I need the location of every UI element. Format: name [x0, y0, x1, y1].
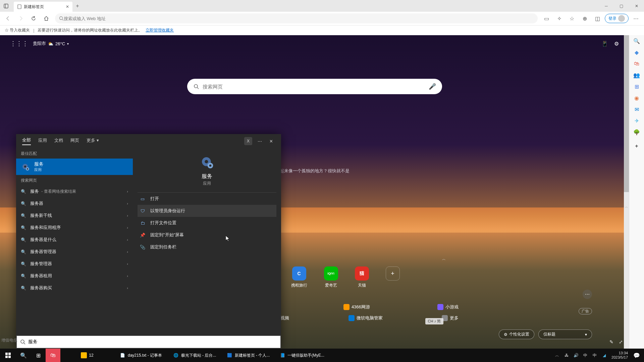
ntp-search-input[interactable] — [203, 84, 425, 89]
taskbar-app-edge[interactable]: 🟦新建标签页 - 个人... — [221, 349, 275, 362]
x-badge[interactable]: X — [244, 137, 252, 145]
sidebar-tools-icon[interactable]: ⊞ — [633, 83, 640, 90]
tab-more[interactable]: 更多 ▾ — [87, 137, 99, 145]
scroll-thumb[interactable] — [624, 35, 629, 192]
result-row[interactable]: 🔍服务 - 查看网络搜索结果› — [16, 185, 133, 197]
weather-widget[interactable]: 贵阳市 ⛅ 26°C ▾ — [33, 41, 69, 47]
tab-web[interactable]: 网页 — [70, 137, 79, 145]
address-input[interactable] — [64, 16, 534, 21]
link-more[interactable]: 更多 — [442, 315, 459, 321]
layout-select[interactable]: 仅标题▾ — [538, 329, 592, 339]
back-button[interactable] — [3, 13, 13, 24]
personalize-button[interactable]: ⚙ 个性化设置 — [499, 329, 534, 339]
sidebar-drop-icon[interactable]: ✈ — [633, 117, 640, 124]
split-screen-icon[interactable]: ◫ — [592, 13, 603, 24]
result-row[interactable]: 🔍服务管理器› — [16, 258, 133, 270]
chevron-down-icon: ▾ — [67, 42, 69, 46]
taskbar-app-explorer[interactable]: 12 — [60, 349, 114, 362]
minimize-button[interactable]: ─ — [599, 0, 614, 12]
new-tab-button[interactable]: + — [72, 3, 83, 9]
sidebar-discover-icon[interactable]: ◆ — [633, 49, 640, 56]
result-row[interactable]: 🔍服务器管理器› — [16, 246, 133, 258]
action-open[interactable]: ▭打开 — [138, 193, 276, 205]
close-button[interactable]: ✕ — [629, 0, 644, 12]
result-row[interactable]: 🔍服务和应用程序› — [16, 222, 133, 234]
tab-apps[interactable]: 应用 — [38, 137, 47, 145]
sidebar-office-icon[interactable]: ◉ — [633, 94, 640, 102]
tile-ctrip[interactable]: C携程旅行 — [291, 266, 307, 288]
tile-iqiyi[interactable]: iQIYI爱奇艺 — [324, 266, 338, 288]
microphone-icon[interactable]: 🎤 — [429, 83, 436, 90]
maximize-button[interactable]: ▢ — [614, 0, 629, 12]
tab-actions-icon[interactable] — [0, 0, 12, 12]
add-tile-button[interactable]: + — [386, 266, 400, 288]
expand-icon[interactable]: ⤢ — [619, 339, 623, 345]
collections-icon[interactable]: ⊕ — [579, 13, 590, 24]
app-launcher-icon[interactable]: ⋮⋮⋮ — [10, 40, 28, 47]
sidebar-games-icon[interactable]: 👥 — [633, 71, 640, 79]
edit-background-icon[interactable]: ✎ — [609, 339, 613, 345]
read-aloud-icon[interactable]: ▭ — [541, 13, 552, 24]
home-button[interactable] — [41, 13, 52, 24]
taskbar-app-store[interactable]: 🛍 — [46, 349, 60, 362]
start-search-input[interactable] — [28, 339, 277, 345]
taskbar-app-chrome[interactable]: 🌐极光下载站 - 后台... — [168, 349, 221, 362]
address-bar[interactable] — [55, 13, 538, 23]
taskbar-app-notepad[interactable]: 📄day215.txt - 记事本 — [114, 349, 168, 362]
mobile-icon[interactable]: 📱 — [601, 41, 608, 47]
sidebar-tree-icon[interactable]: 🌳 — [633, 128, 640, 136]
ime-indicator-2[interactable]: 中 — [591, 349, 599, 362]
tray-app-icon[interactable]: ◢ — [600, 349, 608, 362]
link-ms-pc-manager[interactable]: 微软电脑管家 — [348, 315, 383, 321]
sidebar-shopping-icon[interactable]: 🛍 — [633, 60, 640, 67]
result-row[interactable]: 🔍服务器购买› — [16, 282, 133, 294]
result-row[interactable]: 🔍服务新干线› — [16, 209, 133, 222]
result-row[interactable]: 🔍服务器租用› — [16, 270, 133, 282]
tab-all[interactable]: 全部 — [22, 137, 31, 145]
page-scrollbar[interactable]: ︿ — [624, 35, 629, 349]
close-search-icon[interactable]: ✕ — [267, 137, 275, 145]
refresh-button[interactable] — [28, 13, 39, 24]
sidebar-outlook-icon[interactable]: ✉ — [633, 106, 640, 113]
sidebar-search-icon[interactable]: 🔍 — [633, 37, 640, 45]
login-button[interactable]: 登录 — [605, 14, 629, 23]
start-search-panel: 全部 应用 文档 网页 更多 ▾ X ⋯ ✕ 最佳匹配 服务 应用 搜索网页 🔍… — [16, 134, 281, 349]
action-pin-taskbar[interactable]: 📎固定到任务栏 — [138, 241, 276, 253]
scroll-arrow[interactable]: ︿ — [624, 204, 629, 209]
result-row[interactable]: 🔍服务器› — [16, 197, 133, 209]
sidebar-add-icon[interactable]: + — [633, 142, 640, 150]
import-favorites[interactable]: ☆ 导入收藏夹 — [5, 27, 30, 33]
ime-indicator-1[interactable]: 中 — [581, 349, 589, 362]
manage-favorites-link[interactable]: 立即管理收藏夹 — [146, 27, 174, 33]
search-options-icon[interactable]: ⋯ — [256, 137, 264, 145]
weather-city: 贵阳市 — [33, 41, 46, 47]
start-search-box[interactable] — [16, 335, 281, 349]
action-open-location[interactable]: 🗀打开文件位置 — [138, 217, 276, 229]
tray-volume-icon[interactable]: 🔊 — [572, 349, 580, 362]
tray-expand-icon[interactable]: ︿ — [553, 349, 561, 362]
gear-icon[interactable]: ⚙ — [614, 41, 619, 47]
shopping-icon[interactable]: ✧ — [554, 13, 565, 24]
action-run-as-admin[interactable]: 🛡以管理员身份运行 — [138, 205, 276, 217]
start-button[interactable] — [0, 349, 16, 362]
favorites-icon[interactable]: ☆ — [567, 13, 577, 24]
action-center-icon[interactable]: 💬 — [631, 352, 642, 359]
tab-close-icon[interactable]: ✕ — [66, 4, 69, 9]
ntp-search-box[interactable]: 🎤 — [187, 79, 442, 94]
tile-tmall[interactable]: 猫天猫 — [355, 266, 369, 288]
link-minigames[interactable]: 小游戏 — [437, 304, 459, 310]
link-4366[interactable]: 4366网游 — [343, 304, 370, 310]
task-view-button[interactable]: ⊞ — [31, 349, 46, 362]
taskbar-search-button[interactable]: 🔍 — [16, 349, 31, 362]
best-match-item[interactable]: 服务 应用 — [16, 159, 133, 175]
browser-tab[interactable]: 新建标签页 ✕ — [14, 2, 72, 12]
menu-icon[interactable]: ⋯ — [631, 13, 641, 24]
more-links-icon[interactable]: ⋯ — [583, 290, 592, 299]
taskbar-app-typeset[interactable]: 📘一键排版助手(MyE... — [275, 349, 329, 362]
action-pin-start[interactable]: 📌固定到"开始"屏幕 — [138, 229, 276, 241]
tray-network-icon[interactable]: 🖧 — [562, 349, 571, 362]
result-row[interactable]: 🔍服务器是什么› — [16, 234, 133, 246]
tab-documents[interactable]: 文档 — [54, 137, 63, 145]
collapse-icon[interactable]: ︿ — [442, 256, 446, 261]
taskbar-clock[interactable]: 13:34 2023/5/17 — [609, 351, 630, 360]
